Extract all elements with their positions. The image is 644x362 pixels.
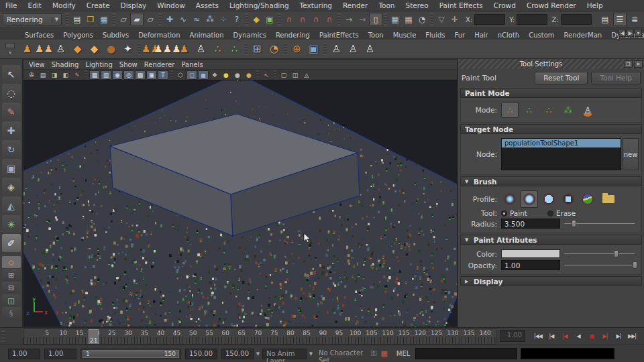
shelf-walk-export-grey-icon[interactable]: ♙ [362, 41, 378, 58]
vp-textured-icon[interactable]: ◉ [112, 70, 123, 80]
universal-manipulator-tool[interactable]: ◈ [2, 178, 21, 196]
lock-icon[interactable]: ◆ [250, 13, 263, 26]
range-slider[interactable]: 1 150 [80, 349, 181, 359]
layout-outliner-pane[interactable]: ◫ [2, 294, 21, 306]
mode-populate-icon[interactable]: ∴ [501, 102, 519, 118]
move-tool[interactable]: ✚ [2, 121, 21, 139]
brush-profile-soft[interactable] [521, 190, 538, 208]
go-to-end-button[interactable]: ▶▶| [625, 330, 639, 342]
shelf-place-character-icon[interactable]: ♟ [19, 41, 36, 58]
show-manipulator-tool[interactable]: ✳ [2, 215, 21, 233]
shelf-tab[interactable]: Polygons [58, 30, 98, 40]
shelf-tab[interactable]: Subdivs [98, 30, 133, 40]
shelf-cache-cube-icon[interactable]: ▣ [305, 41, 322, 58]
new-node-button[interactable]: new [623, 138, 639, 170]
shelf-agent-transfer-icon[interactable]: ♟ [176, 41, 193, 58]
select-mask-curve-icon[interactable]: ∿ [176, 13, 190, 26]
vp-checker-icon[interactable]: ❖ [209, 70, 220, 80]
shelf-tab[interactable]: Surfaces [20, 30, 58, 40]
shelf-walk-export-green-icon[interactable]: ♙ [345, 41, 362, 58]
shelf-tab[interactable]: Deformation [133, 30, 184, 40]
vp-shaded-icon[interactable]: ▥ [101, 70, 111, 80]
shelf-tab[interactable]: nCloth [493, 30, 524, 40]
menu-set-selector[interactable]: Rendering ▼ [3, 13, 62, 25]
scale-tool[interactable]: ▣ [2, 159, 21, 177]
vp-xray-joints-icon[interactable]: ◼ [198, 70, 209, 80]
menu-item[interactable]: Help [582, 1, 608, 10]
go-to-start-button[interactable]: |◀◀ [531, 330, 545, 342]
snap-view-icon[interactable]: ∩ [323, 13, 336, 26]
layout-four-pane[interactable]: ⊞ [2, 269, 21, 281]
shelf-tab[interactable]: Muscle [388, 30, 421, 40]
animation-end-field[interactable]: 150.00 [221, 349, 254, 359]
radius-slider-handle[interactable] [572, 220, 576, 227]
step-forward-key-button[interactable]: ▶| [598, 330, 612, 342]
character-set-menu-icon[interactable]: ▦ [380, 349, 387, 358]
playback-end-field[interactable]: 150.00 [185, 349, 217, 359]
current-time-field[interactable]: 1.00 [500, 330, 525, 342]
reset-tool-button[interactable]: Reset Tool [535, 72, 588, 84]
x-input[interactable] [474, 14, 505, 25]
tab-scroll-left-icon[interactable]: ◀ [619, 29, 626, 37]
render-settings-icon[interactable]: ◔ [415, 13, 429, 26]
lasso-tool[interactable]: ◌ [2, 84, 21, 102]
node-list[interactable]: populationToolShape1 [501, 138, 621, 170]
menu-item[interactable]: Paint Effects [434, 1, 488, 10]
open-scene-icon[interactable]: ❒ [84, 13, 97, 26]
vp-light-tan-icon[interactable]: ● [244, 70, 254, 80]
brush-header[interactable]: ▼ Brush [460, 176, 642, 186]
soft-modification-tool[interactable]: ◭ [2, 196, 21, 215]
anim-layer-dropdown-icon[interactable]: ▼ [307, 349, 315, 359]
shelf-tab[interactable]: PaintEffects [315, 30, 364, 40]
brush-profile-image[interactable] [579, 190, 596, 208]
shelf-plane-icon[interactable]: ◆ [86, 41, 103, 58]
command-line-input[interactable] [415, 348, 517, 359]
panel-menu-item[interactable]: Panels [181, 61, 208, 68]
radius-slider[interactable] [564, 219, 635, 229]
menu-item[interactable]: Toon [373, 1, 400, 10]
z-input[interactable] [561, 14, 592, 25]
menu-item[interactable]: Render [337, 1, 373, 10]
tool-help-button[interactable]: Tool Help [591, 72, 641, 84]
shelf-menu-button[interactable]: ▾ [1, 40, 19, 58]
menu-item[interactable]: Window [152, 1, 190, 10]
shelf-motion-icon[interactable]: ♙ [52, 41, 69, 58]
vp-wireframe-icon[interactable]: ▦ [89, 70, 100, 80]
vp-screenspace-icon[interactable]: ▣ [146, 70, 157, 80]
snap-curve-icon[interactable]: ∩ [296, 13, 309, 26]
paint-radio[interactable] [501, 210, 507, 217]
character-set-field[interactable]: No Character Set [315, 349, 369, 359]
menu-item[interactable]: Modify [47, 1, 81, 10]
step-back-key-button[interactable]: |◀ [558, 330, 572, 342]
opacity-slider-handle[interactable] [633, 261, 637, 269]
shelf-tab[interactable]: Fur [450, 30, 470, 40]
shelf-tab[interactable]: Toon [364, 30, 388, 40]
menu-item[interactable]: File [0, 1, 23, 10]
command-line-language-toggle[interactable]: MEL [396, 350, 411, 357]
shelf-dig-icon[interactable]: ♙ [193, 41, 209, 58]
center-pivot-icon[interactable]: ✛ [448, 13, 462, 26]
vp-xray-icon[interactable]: ◻ [186, 70, 197, 80]
step-back-frame-button[interactable]: |◀ [545, 330, 558, 342]
shelf-tab[interactable]: Dynamics [229, 30, 271, 40]
vp-select-icon[interactable]: ↖ [261, 70, 272, 80]
render-current-frame-icon[interactable]: ▦ [388, 13, 402, 26]
menu-item[interactable]: Assets [191, 1, 224, 10]
browse-profile-folder-icon[interactable] [602, 195, 614, 203]
vp-default-material-icon[interactable]: ⬡ [175, 70, 186, 80]
erase-radio[interactable] [547, 210, 553, 217]
ipr-render-icon[interactable]: ▦ [402, 13, 415, 26]
shelf-tab[interactable]: Custom [524, 30, 559, 40]
paint-attributes-header[interactable]: ▼ Paint Attributes [460, 235, 642, 245]
timeline-track[interactable]: 5101520253035404550556065707580859095100… [23, 328, 496, 345]
anim-layer-field[interactable]: No Anim Layer [262, 349, 307, 359]
node-list-item-selected[interactable]: populationToolShape1 [502, 139, 621, 147]
vp-lights-icon[interactable]: ◎ [123, 70, 134, 80]
vp-cube2-icon[interactable]: ◫ [290, 70, 301, 80]
vp-text-icon[interactable]: T [158, 70, 168, 80]
select-mask-dynamic-icon[interactable]: ⁘ [217, 13, 230, 26]
select-mask-misc-icon[interactable]: ? [230, 13, 244, 26]
construction-history-icon[interactable]: ▯ [369, 13, 382, 26]
stop-button[interactable]: ■ [585, 330, 598, 342]
display-header[interactable]: ▶ Display [460, 276, 642, 286]
